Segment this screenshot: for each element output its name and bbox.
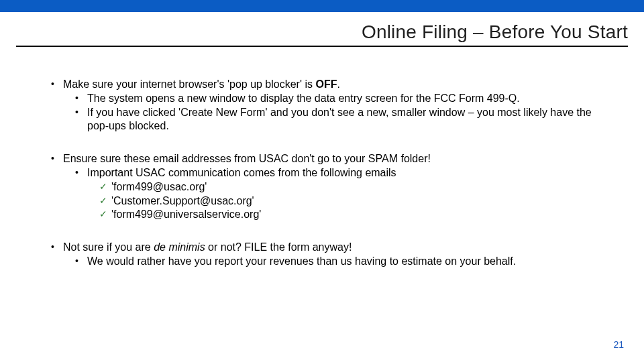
text-segment: or not? FILE the form anyway! <box>205 241 352 253</box>
bullet-lvl2: If you have clicked 'Create New Form' an… <box>47 106 597 134</box>
bullet-lvl3-check: 'form499@universalservice.org' <box>47 208 597 222</box>
bullet-block-3: Not sure if you are de minimis or not? F… <box>47 241 597 269</box>
bullet-block-2: Ensure sure these email addresses from U… <box>47 152 597 222</box>
bullet-lvl2: The system opens a new window to display… <box>47 92 597 106</box>
bullet-block-1: Make sure your internet browser's 'pop u… <box>47 78 597 133</box>
text-segment: Not sure if you are <box>63 241 154 253</box>
bullet-lvl2: Important USAC communication comes from … <box>47 166 597 180</box>
title-area: Online Filing – Before You Start <box>0 12 644 47</box>
page-number: 21 <box>613 339 624 350</box>
page-title: Online Filing – Before You Start <box>16 21 628 47</box>
bullet-lvl2: We would rather have you report your rev… <box>47 255 597 269</box>
text-segment: Make sure your internet browser's 'pop u… <box>63 78 315 90</box>
bullet-lvl1: Ensure sure these email addresses from U… <box>47 152 597 166</box>
text-bold: OFF <box>315 78 337 90</box>
text-italic: de minimis <box>154 241 205 253</box>
slide-body: Make sure your internet browser's 'pop u… <box>0 47 644 269</box>
bullet-lvl3-check: 'form499@usac.org' <box>47 180 597 194</box>
top-accent-bar <box>0 0 644 12</box>
bullet-lvl1: Make sure your internet browser's 'pop u… <box>47 78 597 92</box>
text-segment: . <box>337 78 339 90</box>
bullet-lvl3-check: 'Customer.Support@usac.org' <box>47 194 597 208</box>
bullet-lvl1: Not sure if you are de minimis or not? F… <box>47 241 597 255</box>
